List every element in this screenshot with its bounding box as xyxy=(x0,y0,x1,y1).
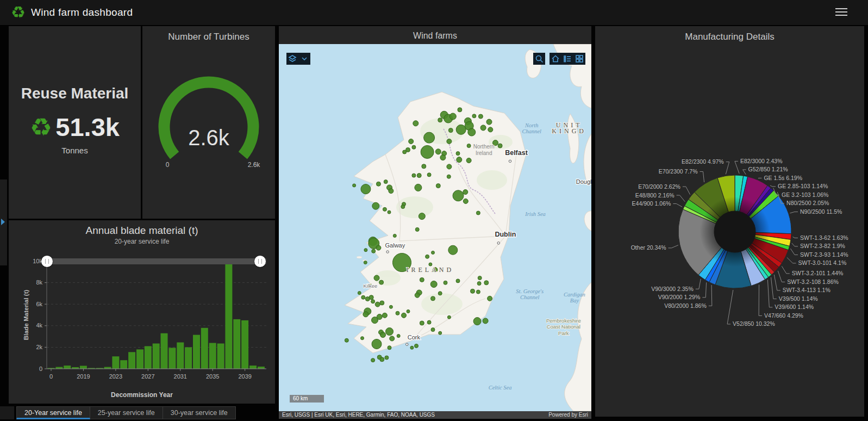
wind-farm-marker[interactable] xyxy=(498,144,502,148)
wind-farm-marker[interactable] xyxy=(456,125,466,134)
wind-farm-marker[interactable] xyxy=(447,315,451,319)
wind-farm-marker[interactable] xyxy=(486,119,492,125)
bar-2022[interactable] xyxy=(104,367,111,369)
wind-farm-marker[interactable] xyxy=(415,293,420,298)
wind-farm-marker[interactable] xyxy=(463,190,468,195)
wind-farm-marker[interactable] xyxy=(463,199,468,203)
wind-farm-marker[interactable] xyxy=(427,173,431,177)
wind-farm-marker[interactable] xyxy=(447,139,452,144)
wind-farm-marker[interactable] xyxy=(375,302,380,307)
wind-farm-marker[interactable] xyxy=(420,277,424,282)
hamburger-menu-icon[interactable] xyxy=(835,8,847,17)
bar-2023[interactable] xyxy=(112,356,119,369)
wind-farm-marker[interactable] xyxy=(377,314,382,320)
wind-farm-marker[interactable] xyxy=(363,312,369,317)
wind-farm-marker[interactable] xyxy=(361,337,364,340)
wind-farm-marker[interactable] xyxy=(389,305,392,308)
wind-farm-marker[interactable] xyxy=(476,211,480,215)
bar-2030[interactable] xyxy=(168,348,176,369)
wind-farm-marker[interactable] xyxy=(379,280,384,284)
bar-2031[interactable] xyxy=(177,343,184,369)
wind-farm-marker[interactable] xyxy=(415,227,419,231)
wind-farm-marker[interactable] xyxy=(383,207,386,211)
bar-2017[interactable] xyxy=(64,366,71,369)
bar-2041[interactable] xyxy=(258,367,265,369)
bar-2033[interactable] xyxy=(193,335,200,369)
bar-2039[interactable] xyxy=(241,320,248,369)
wind-farm-marker[interactable] xyxy=(407,309,410,313)
wind-farm-marker[interactable] xyxy=(421,145,434,158)
wind-farm-marker[interactable] xyxy=(371,358,375,362)
wind-farm-marker[interactable] xyxy=(409,139,414,144)
bar-2026[interactable] xyxy=(136,349,143,369)
wind-farm-marker[interactable] xyxy=(432,251,435,254)
wind-farm-marker[interactable] xyxy=(415,344,419,348)
bar-2038[interactable] xyxy=(233,319,240,369)
wind-farm-marker[interactable] xyxy=(419,213,425,220)
wind-farm-marker[interactable] xyxy=(412,145,416,149)
wind-farm-marker[interactable] xyxy=(478,276,482,280)
wind-farm-marker[interactable] xyxy=(453,190,464,201)
wind-farm-marker[interactable] xyxy=(484,281,489,285)
bar-2027[interactable] xyxy=(145,346,152,369)
wind-farm-marker[interactable] xyxy=(456,279,460,283)
wind-farm-marker[interactable] xyxy=(457,157,462,163)
bar-2040[interactable] xyxy=(249,366,257,369)
wind-farm-marker[interactable] xyxy=(384,180,388,184)
wind-farm-marker[interactable] xyxy=(371,300,375,304)
wind-farm-marker[interactable] xyxy=(426,255,429,258)
year-range-slider-track[interactable] xyxy=(47,258,266,264)
wind-farm-marker[interactable] xyxy=(478,114,483,119)
wind-farm-marker[interactable] xyxy=(435,149,441,154)
wind-farm-marker[interactable] xyxy=(396,311,399,315)
wind-farm-marker[interactable] xyxy=(431,296,435,301)
wind-farm-marker[interactable] xyxy=(477,282,481,286)
wind-farm-marker[interactable] xyxy=(466,158,471,163)
expand-panel-icon[interactable] xyxy=(1,219,5,225)
map-legend-button[interactable] xyxy=(561,53,573,65)
wind-farm-marker[interactable] xyxy=(402,313,407,318)
wind-farm-marker[interactable] xyxy=(376,182,380,186)
bar-2024[interactable] xyxy=(120,360,127,369)
range-slider-handle-left[interactable] xyxy=(41,256,53,267)
wind-farm-marker[interactable] xyxy=(449,113,456,120)
wind-farm-marker[interactable] xyxy=(372,202,379,209)
wind-farm-marker[interactable] xyxy=(415,184,422,191)
map-layers-button[interactable] xyxy=(286,53,298,65)
wind-farm-marker[interactable] xyxy=(389,189,394,194)
bar-2034[interactable] xyxy=(201,328,208,369)
wind-farm-marker[interactable] xyxy=(361,184,371,194)
wind-farm-marker[interactable] xyxy=(374,275,379,281)
wind-farm-marker[interactable] xyxy=(376,245,381,250)
map-canvas[interactable]: BelfastDublinGalwayCorkKilkeeNorthernIre… xyxy=(279,44,591,411)
wind-farm-marker[interactable] xyxy=(440,155,446,160)
wind-farm-marker[interactable] xyxy=(380,357,384,362)
wind-farm-marker[interactable] xyxy=(438,292,442,295)
wind-farm-marker[interactable] xyxy=(480,125,486,131)
wind-farm-marker[interactable] xyxy=(472,114,476,118)
wind-farm-marker[interactable] xyxy=(361,295,365,299)
wind-farm-marker[interactable] xyxy=(364,249,367,252)
tab-30-year-service-life[interactable]: 30-year service life xyxy=(163,406,236,419)
wind-farm-marker[interactable] xyxy=(468,128,476,136)
bar-2025[interactable] xyxy=(128,352,135,369)
wind-farm-marker[interactable] xyxy=(424,132,435,143)
wind-farm-marker[interactable] xyxy=(467,144,471,148)
wind-farm-marker[interactable] xyxy=(447,175,451,178)
wind-farm-marker[interactable] xyxy=(358,292,361,295)
tab-25-year-service-life[interactable]: 25-year service life xyxy=(90,406,163,419)
wind-farm-marker[interactable] xyxy=(444,281,447,284)
wind-farm-marker[interactable] xyxy=(417,174,421,178)
wind-farm-marker[interactable] xyxy=(401,205,405,209)
wind-farm-marker[interactable] xyxy=(436,184,440,188)
wind-farm-marker[interactable] xyxy=(372,249,376,253)
wind-farm-marker[interactable] xyxy=(412,174,416,177)
wind-farm-marker[interactable] xyxy=(483,318,488,324)
wind-farm-marker[interactable] xyxy=(413,121,419,126)
map-home-button[interactable] xyxy=(549,53,561,65)
wind-farm-marker[interactable] xyxy=(456,152,460,156)
wind-farm-marker[interactable] xyxy=(422,164,426,169)
bar-2036[interactable] xyxy=(217,344,224,369)
wind-farm-marker[interactable] xyxy=(430,281,437,288)
map-search-button[interactable] xyxy=(533,53,545,65)
